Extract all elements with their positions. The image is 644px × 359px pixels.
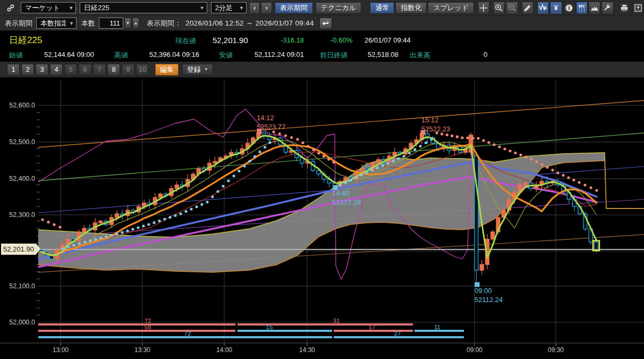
svg-text:52377.28: 52377.28 [332,198,361,206]
zoom-in-icon[interactable] [493,2,505,14]
normal-mode-button[interactable]: 通常 [370,2,394,14]
preset-button-1[interactable]: 1 [7,64,20,76]
quote-datetime: 26/01/07 09:44 [365,36,411,44]
chevron-down-icon: ▼ [69,21,74,26]
crosshair-icon[interactable] [478,2,489,14]
print-icon[interactable] [618,2,630,14]
svg-text:72: 72 [145,318,151,324]
count-down-button[interactable]: ▼ [124,18,131,29]
svg-text:52,100.0: 52,100.0 [9,282,35,290]
chevron-down-icon: ▼ [204,67,208,72]
symbol-name: 日経225 [9,34,42,46]
preset-button-9[interactable]: 9 [122,64,134,76]
preset-button-2[interactable]: 2 [21,64,34,76]
market-dropdown[interactable]: マーケット ▼ [21,2,76,13]
svg-text:52112.24: 52112.24 [474,296,503,304]
svg-text:13:30: 13:30 [134,346,150,354]
preset-button-7[interactable]: 7 [93,64,106,76]
svg-text:52522.23: 52522.23 [421,125,450,133]
current-label: 現在値 [175,36,196,46]
open-value: 52,144.64 09:00 [44,51,94,59]
svg-text:27: 27 [394,330,401,337]
svg-text:14:12: 14:12 [257,114,274,122]
svg-text:58: 58 [145,324,151,330]
interval-dropdown-label: 2分足 [215,3,236,13]
open-label: 始値 [9,51,23,60]
svg-text:15:12: 15:12 [421,116,439,124]
chart-app-window: マーケット ▼ 日経225 ▼ 2分足 ▼ ‹ › 表示期間 テクニカル 通常 … [0,0,644,359]
quote-panel: 日経225 現在値 52,201.90 -316.18 -0.60% 26/01… [0,31,644,62]
svg-text:14:30: 14:30 [299,346,315,354]
wrench-icon[interactable] [601,2,613,14]
svg-text:72: 72 [184,330,191,337]
svg-text:09:00: 09:00 [474,287,492,295]
svg-text:52,400.0: 52,400.0 [9,175,35,182]
display-period-button[interactable]: 表示期間 [275,2,313,14]
svg-text:52,600.0: 52,600.0 [9,102,35,109]
export-icon[interactable] [632,2,644,14]
prev-button[interactable]: ‹ [249,2,260,14]
symbol-dropdown-label: 日経225 [84,3,197,13]
svg-text:14:00: 14:00 [216,346,232,354]
low-label: 安値 [219,51,233,60]
technical-button[interactable]: テクニカル [316,2,362,14]
svg-text:52,000.0: 52,000.0 [9,319,35,326]
reset-period-icon[interactable]: ↩ [319,18,332,29]
chevron-down-icon: ▼ [69,5,73,11]
bar-count-input[interactable] [99,18,123,29]
range-label: 表示期間： [147,19,181,28]
link-icon[interactable] [4,4,17,12]
symbol-dropdown[interactable]: 日経225 ▼ [80,2,207,13]
edit-button[interactable]: 編集 [155,64,179,76]
next-button[interactable]: › [261,2,272,14]
svg-text:14:40: 14:40 [332,189,350,197]
line-select-icon[interactable] [537,2,549,14]
date-range-value: 2026/01/06 12:52 ～ 2026/01/07 09:44 [185,19,314,28]
current-value: 52,201.90 [213,36,248,45]
mountain-chart-icon[interactable] [589,2,600,14]
preset-button-10[interactable]: 10 [136,64,149,76]
change-value: -316.18 [281,36,304,44]
svg-text:i: i [568,5,570,11]
market-dropdown-label: マーケット [25,3,65,13]
low-value: 52,112.24 09:01 [255,51,304,59]
svg-text:09:00: 09:00 [467,346,482,354]
period-toolbar: 表示期間 本数指定 ▼ 本数 ▼ ▲ 表示期間： 2026/01/06 12:5… [0,16,644,31]
change-percent: -0.60% [331,36,352,44]
preset-button-5[interactable]: 5 [64,64,77,76]
pencil-icon[interactable] [522,2,533,14]
zoom-out-icon[interactable] [506,2,518,14]
info-icon[interactable]: i [563,2,575,14]
svg-text:52523.77: 52523.77 [257,123,285,131]
spread-mode-button[interactable]: スプレッド [428,2,474,14]
svg-text:13:00: 13:00 [53,346,69,354]
count-label: 本数 [81,19,95,28]
chart-area[interactable]: 52,600.052,500.052,400.052,300.052,100.0… [0,78,644,359]
svg-text:31: 31 [333,318,340,324]
prev-close-value: 52,518.08 [368,51,399,59]
interval-dropdown[interactable]: 2分足 ▼ [211,2,247,13]
svg-text:09:30: 09:30 [548,346,564,354]
volume-label: 出来高 [410,51,430,60]
preset-button-6[interactable]: 6 [79,64,91,76]
my-chart-icon[interactable]: MY┆┆┆ [576,2,588,14]
preset-button-8[interactable]: 8 [107,64,120,76]
preset-button-4[interactable]: 4 [50,64,63,76]
chevron-down-icon: ▼ [239,5,244,11]
count-up-button[interactable]: ▲ [132,18,139,29]
indexed-mode-button[interactable]: 指数化 [395,2,427,14]
chevron-down-icon: ▼ [200,5,205,11]
volume-value: 0 [484,51,487,59]
chart-canvas[interactable]: 52,600.052,500.052,400.052,300.052,100.0… [0,78,644,359]
preset-bar: 1 2 3 4 5 6 7 8 9 10 編集 登録 ▼ [0,62,644,78]
svg-text:15: 15 [266,324,273,330]
yen-icon[interactable]: ¥ [550,2,562,14]
svg-text:52,300.0: 52,300.0 [9,211,35,219]
period-mode-dropdown[interactable]: 本数指定 ▼ [36,18,77,29]
preset-button-3[interactable]: 3 [36,64,48,76]
main-toolbar: マーケット ▼ 日経225 ▼ 2分足 ▼ ‹ › 表示期間 テクニカル 通常 … [0,0,644,16]
prev-close-label: 前日終値 [320,51,348,60]
register-button[interactable]: 登録 ▼ [182,64,213,76]
svg-text:52,500.0: 52,500.0 [9,138,35,146]
current-price-tag: 52,201.90 [1,244,36,255]
